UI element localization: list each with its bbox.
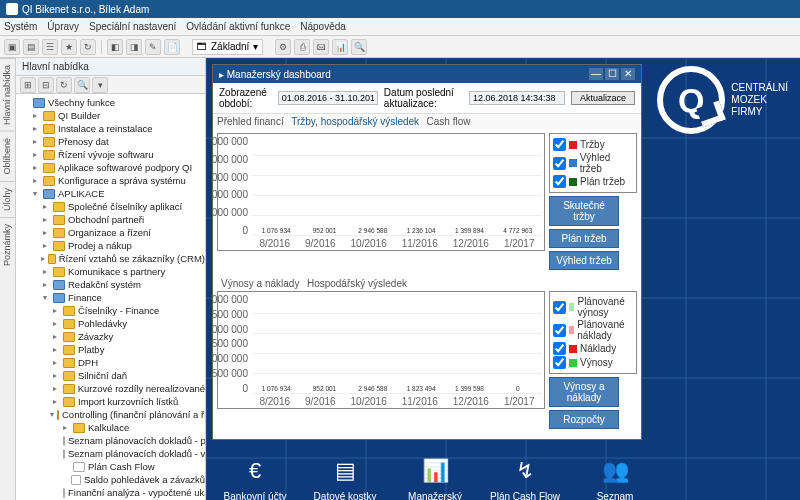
maximize-icon[interactable]: ☐ — [605, 68, 619, 80]
launcher-card[interactable]: 📊Manažerský dashboard — [398, 454, 472, 500]
tree-node[interactable]: ▸QI Builder — [16, 109, 205, 122]
toolbar-button[interactable]: ▣ — [4, 39, 20, 55]
vtab-main-menu[interactable]: Hlavní nabídka — [0, 58, 15, 131]
tree-node[interactable]: Finanční analýza - vypočtené ukazatele — [16, 486, 205, 499]
tree-node[interactable]: ▸Přenosy dat — [16, 135, 205, 148]
tree-node[interactable]: ▸Aplikace softwarové podpory QI — [16, 161, 205, 174]
launcher-icon: 👥 — [578, 454, 652, 488]
toolbar-button[interactable]: ★ — [61, 39, 77, 55]
app-icon — [6, 3, 18, 15]
period-input[interactable] — [278, 91, 378, 105]
brand-logo: Q CENTRÁLNÍ MOZEK FIRMY — [657, 66, 788, 134]
tree-node[interactable]: Saldo pohledávek a závazků — [16, 473, 205, 486]
qi-logo-icon: Q — [657, 66, 725, 134]
tree-expand-icon[interactable]: ⊞ — [20, 77, 36, 93]
main-toolbar: ▣ ▤ ☰ ★ ↻ ◧ ◨ ✎ 📄 🗔 Základní ▾ ⚙ ⎙ 🖂 📊 🔍 — [0, 36, 800, 58]
tree-node[interactable]: ▸Kurzové rozdíly nerealizované — [16, 382, 205, 395]
tree-node[interactable]: Plán Cash Flow — [16, 460, 205, 473]
toolbar-button[interactable]: 🖂 — [313, 39, 329, 55]
vtab-favorites[interactable]: Oblíbené — [0, 131, 15, 181]
tree-node[interactable]: ▸Pohledávky — [16, 317, 205, 330]
toolbar-button[interactable]: ☰ — [42, 39, 58, 55]
toolbar-button[interactable]: 📄 — [164, 39, 180, 55]
tree-node[interactable]: ▾APLIKACE — [16, 187, 205, 200]
toolbar-button[interactable]: ⎙ — [294, 39, 310, 55]
tree-node[interactable]: ▸Silniční daň — [16, 369, 205, 382]
window-titlebar: QI Bikenet s.r.o., Bílek Adam — [0, 0, 800, 18]
tree-refresh-icon[interactable]: ↻ — [56, 77, 72, 93]
tree-node[interactable]: ▸Import kurzovních lístků — [16, 395, 205, 408]
toolbar-button[interactable]: ◨ — [126, 39, 142, 55]
refresh-button[interactable]: Aktualizace — [571, 91, 635, 105]
chart-side-buttons: Skutečné tržby Plán tržeb Výhled tržeb — [549, 196, 619, 270]
tree-node[interactable]: ▸DPH — [16, 356, 205, 369]
tree-node[interactable]: ▸Řízení vývoje softwaru — [16, 148, 205, 161]
toolbar-button[interactable]: ◧ — [107, 39, 123, 55]
sidebar-toolbar: ⊞ ⊟ ↻ 🔍 ▾ — [16, 76, 205, 94]
menubar: Systém Úpravy Speciální nastavení Ovládá… — [0, 18, 800, 36]
tree-node[interactable]: Seznam plánovacích dokladů - výdej — [16, 447, 205, 460]
btn-revenue-plan[interactable]: Plán tržeb — [549, 229, 619, 248]
dashboard-titlebar[interactable]: ▸ Manažerský dashboard — ☐ ✕ — [213, 65, 641, 83]
toolbar-button[interactable]: ▤ — [23, 39, 39, 55]
menu-item[interactable]: Systém — [4, 21, 37, 32]
toolbar-button[interactable]: ↻ — [80, 39, 96, 55]
tree-node[interactable]: ▸Obchodní partneři — [16, 213, 205, 226]
minimize-icon[interactable]: — — [589, 68, 603, 80]
tree-node[interactable]: ▸Platby — [16, 343, 205, 356]
tree-node[interactable]: ▸Řízení vztahů se zákazníky (CRM) — [16, 252, 205, 265]
menu-item[interactable]: Nápověda — [300, 21, 346, 32]
menu-item[interactable]: Ovládání aktivní funkce — [186, 21, 290, 32]
toolbar-button[interactable]: ✎ — [145, 39, 161, 55]
launcher-row: €Bankovní účty vlastní organizace▤Datové… — [206, 446, 800, 500]
tree-node[interactable]: ▸Číselníky - Finance — [16, 304, 205, 317]
costs-chart: 3 000 0002 500 0002 000 0001 500 0001 00… — [217, 291, 545, 409]
tree-node[interactable]: ▸Konfigurace a správa systému — [16, 174, 205, 187]
toolbar-button[interactable]: 🔍 — [351, 39, 367, 55]
btn-budgets[interactable]: Rozpočty — [549, 410, 619, 429]
toolbar-button[interactable]: ⚙ — [275, 39, 291, 55]
tree-node[interactable]: ▸Instalace a reinstalace — [16, 122, 205, 135]
dashboard-filters: Zobrazené období: Datum poslední aktuali… — [213, 83, 641, 114]
tree-node[interactable]: ▸Kalkulace — [16, 421, 205, 434]
tab-trzby[interactable]: Tržby, hospodářský výsledek — [291, 116, 419, 127]
tree-node[interactable]: ▾Finance — [16, 291, 205, 304]
tree-filter-icon[interactable]: ▾ — [92, 77, 108, 93]
updated-label: Datum poslední aktualizace: — [384, 87, 463, 109]
btn-income-expense[interactable]: Výnosy a náklady — [549, 377, 619, 407]
tree-node[interactable]: Všechny funkce — [16, 96, 205, 109]
launcher-card[interactable]: 👥Seznam rozpočtů — [578, 454, 652, 500]
launcher-card[interactable]: ↯Plán Cash Flow — [488, 454, 562, 500]
menu-item[interactable]: Úpravy — [47, 21, 79, 32]
tree-node[interactable]: ▸Společné číselníky aplikací — [16, 200, 205, 213]
tree-node[interactable]: ▸Organizace a řízení — [16, 226, 205, 239]
tree-node[interactable]: ▸Prodej a nákup — [16, 239, 205, 252]
tab-cashflow[interactable]: Cash flow — [427, 116, 471, 127]
chart-legend: Plánované výnosy Plánované náklady Nákla… — [549, 291, 637, 374]
chart-side-buttons: Výnosy a náklady Rozpočty — [549, 377, 619, 429]
tree-node[interactable]: Seznam plánovacích dokladů - příjem — [16, 434, 205, 447]
menu-item[interactable]: Speciální nastavení — [89, 21, 176, 32]
tree-node[interactable]: ▸Komunikace s partnery — [16, 265, 205, 278]
vtab-tasks[interactable]: Úlohy — [0, 181, 15, 217]
toolbar-button[interactable]: 📊 — [332, 39, 348, 55]
profile-select[interactable]: 🗔 Základní ▾ — [192, 39, 263, 55]
close-icon[interactable]: ✕ — [621, 68, 635, 80]
btn-revenue-outlook[interactable]: Výhled tržeb — [549, 251, 619, 270]
launcher-card[interactable]: ▤Datové kostky — [308, 454, 382, 500]
tree-node[interactable]: ▸Závazky — [16, 330, 205, 343]
btn-actual-revenue[interactable]: Skutečné tržby — [549, 196, 619, 226]
launcher-icon: € — [218, 454, 292, 488]
tree-collapse-icon[interactable]: ⊟ — [38, 77, 54, 93]
dashboard-window: ▸ Manažerský dashboard — ☐ ✕ Zobrazené o… — [212, 64, 642, 440]
nav-tree[interactable]: Všechny funkce▸QI Builder▸Instalace a re… — [16, 94, 205, 500]
updated-input — [469, 91, 565, 105]
tab-hv[interactable]: Hospodářský výsledek — [307, 278, 407, 289]
window-title: QI Bikenet s.r.o., Bílek Adam — [22, 4, 149, 15]
tree-node[interactable]: ▾Controlling (finanční plánování a řízen… — [16, 408, 205, 421]
separator — [101, 40, 102, 54]
vtab-notes[interactable]: Poznámky — [0, 217, 15, 272]
tree-search-icon[interactable]: 🔍 — [74, 77, 90, 93]
launcher-card[interactable]: €Bankovní účty vlastní organizace — [218, 454, 292, 500]
tree-node[interactable]: ▸Redakční systém — [16, 278, 205, 291]
